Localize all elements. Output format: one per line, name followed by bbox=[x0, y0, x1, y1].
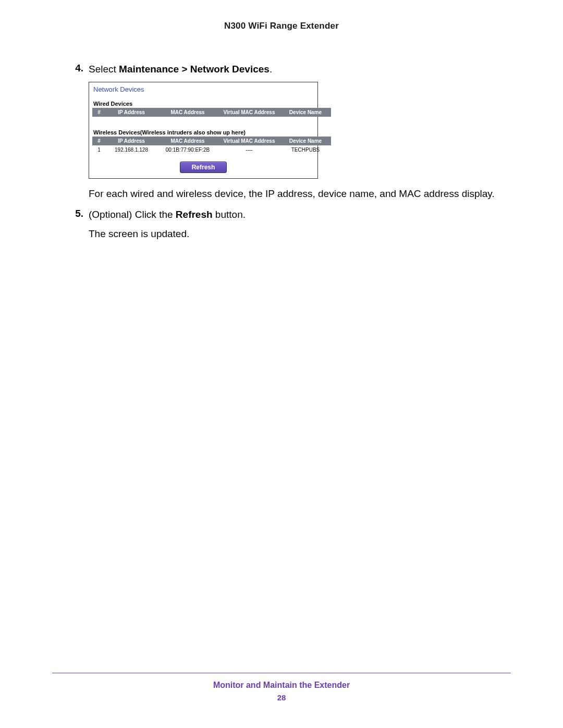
step-4-bold: Maintenance > Network Devices bbox=[119, 64, 270, 75]
step-4-note: For each wired and wireless device, the … bbox=[89, 187, 511, 201]
screenshot-wrap: Network Devices Wired Devices # IP Addre… bbox=[89, 82, 511, 179]
wireless-devices-table: # IP Address MAC Address Virtual MAC Add… bbox=[92, 137, 331, 154]
refresh-button[interactable]: Refresh bbox=[180, 162, 227, 173]
step-4-post: . bbox=[270, 64, 272, 75]
step-number: 5. bbox=[68, 208, 89, 222]
col-name: Device Name bbox=[280, 108, 331, 117]
col-vmac: Virtual MAC Address bbox=[218, 108, 280, 117]
step-number: 4. bbox=[68, 63, 89, 77]
step-4-pre: Select bbox=[89, 64, 119, 75]
cell-mac: 00:1B:77:90:EF:2B bbox=[157, 145, 218, 154]
step-5-post: button. bbox=[213, 209, 246, 220]
col-num: # bbox=[92, 108, 106, 117]
network-devices-panel: Network Devices Wired Devices # IP Addre… bbox=[89, 82, 318, 179]
step-5: 5. (Optional) Click the Refresh button. bbox=[52, 208, 511, 222]
table-header-row: # IP Address MAC Address Virtual MAC Add… bbox=[92, 108, 331, 117]
wired-section-label: Wired Devices bbox=[92, 98, 314, 108]
page-footer: Monitor and Maintain the Extender 28 bbox=[52, 673, 511, 702]
cell-num: 1 bbox=[92, 145, 106, 154]
wired-devices-table: # IP Address MAC Address Virtual MAC Add… bbox=[92, 108, 331, 127]
footer-rule bbox=[52, 673, 511, 673]
footer-page-number: 28 bbox=[52, 693, 511, 702]
footer-title: Monitor and Maintain the Extender bbox=[52, 681, 511, 690]
col-vmac: Virtual MAC Address bbox=[218, 137, 280, 145]
cell-vmac: ---- bbox=[218, 145, 280, 154]
table-row bbox=[92, 117, 331, 127]
wireless-section-label: Wireless Devices(Wireless intruders also… bbox=[92, 127, 314, 137]
col-num: # bbox=[92, 137, 106, 145]
step-4-body: Select Maintenance > Network Devices. bbox=[89, 63, 511, 77]
col-mac: MAC Address bbox=[157, 137, 218, 145]
col-ip: IP Address bbox=[106, 108, 157, 117]
table-row: 1 192.168.1.128 00:1B:77:90:EF:2B ---- T… bbox=[92, 145, 331, 154]
col-mac: MAC Address bbox=[157, 108, 218, 117]
col-ip: IP Address bbox=[106, 137, 157, 145]
refresh-row: Refresh bbox=[92, 154, 314, 173]
panel-title: Network Devices bbox=[92, 85, 314, 98]
cell-ip: 192.168.1.128 bbox=[106, 145, 157, 154]
table-header-row: # IP Address MAC Address Virtual MAC Add… bbox=[92, 137, 331, 145]
page-title: N300 WiFi Range Extender bbox=[52, 21, 511, 31]
step-5-note: The screen is updated. bbox=[89, 227, 511, 241]
col-name: Device Name bbox=[280, 137, 331, 145]
step-4: 4. Select Maintenance > Network Devices. bbox=[52, 63, 511, 77]
cell-name: TECHPUBS bbox=[280, 145, 331, 154]
step-5-bold: Refresh bbox=[176, 209, 213, 220]
document-page: N300 WiFi Range Extender 4. Select Maint… bbox=[0, 0, 563, 728]
step-5-pre: (Optional) Click the bbox=[89, 209, 176, 220]
step-5-body: (Optional) Click the Refresh button. bbox=[89, 208, 511, 222]
